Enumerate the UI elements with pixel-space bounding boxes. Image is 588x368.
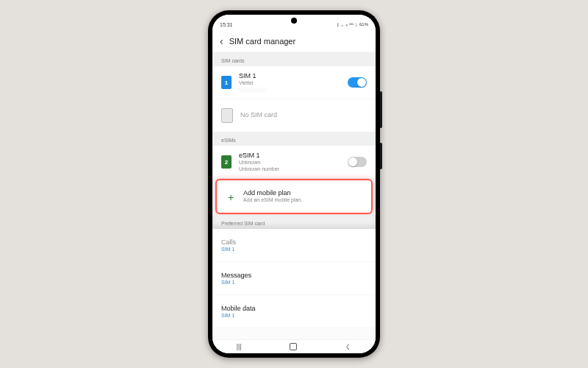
status-icons: ᛒ ⋔ ⟐ ᴺᴺ ⫶	[337, 22, 357, 27]
android-navbar: ||| く	[212, 339, 376, 353]
calls-row[interactable]: Calls SIM 1	[212, 229, 376, 261]
sim1-icon: 1	[221, 76, 232, 89]
esim1-row[interactable]: 2 eSIM 1 Unknown Unknown number	[212, 146, 376, 178]
back-icon[interactable]: ‹	[220, 35, 223, 47]
battery-percent: 61%	[359, 22, 368, 26]
add-mobile-plan-row[interactable]: + Add mobile plan Add an eSIM mobile pla…	[217, 180, 371, 213]
messages-value: SIM 1	[221, 280, 367, 285]
add-plan-highlight: + Add mobile plan Add an eSIM mobile pla…	[215, 179, 373, 214]
sim1-number: --- -- --- -- --	[239, 87, 348, 93]
home-button[interactable]	[290, 343, 297, 350]
status-time: 15:31	[220, 22, 233, 27]
sim2-label: No SIM card	[240, 111, 367, 119]
add-plan-title: Add mobile plan	[243, 189, 362, 197]
mobile-data-row[interactable]: Mobile data SIM 1	[212, 294, 376, 328]
messages-row[interactable]: Messages SIM 1	[212, 261, 376, 294]
sim1-toggle[interactable]	[348, 77, 367, 88]
sim2-row[interactable]: No SIM card	[212, 99, 376, 132]
back-button[interactable]: く	[345, 342, 351, 352]
add-plan-sub: Add an eSIM mobile plan.	[243, 197, 362, 204]
mobile-data-label: Mobile data	[221, 305, 367, 313]
sim1-row[interactable]: 1 SIM 1 Viettel --- -- --- -- --	[212, 66, 376, 99]
esim1-carrier: Unknown	[239, 160, 348, 166]
front-camera	[291, 18, 297, 24]
esim1-number: Unknown number	[239, 166, 348, 173]
phone-frame: 15:31 ᛒ ⋔ ⟐ ᴺᴺ ⫶ 61% ‹ SIM card manager …	[208, 10, 380, 358]
page-title: SIM card manager	[229, 37, 295, 46]
plus-icon: +	[226, 191, 236, 202]
section-esims: eSIMs	[212, 132, 376, 146]
sim-empty-icon	[221, 108, 233, 123]
power-button	[380, 143, 382, 169]
esim1-icon: 2	[221, 155, 232, 169]
messages-label: Messages	[221, 272, 367, 280]
mobile-data-value: SIM 1	[221, 313, 367, 318]
section-sim-cards: SIM cards	[212, 52, 376, 66]
volume-button	[380, 91, 382, 128]
calls-value: SIM 1	[221, 247, 367, 252]
sim1-name: SIM 1	[239, 72, 348, 80]
calls-label: Calls	[221, 238, 367, 247]
section-preferred: Preferred SIM card	[212, 215, 376, 229]
sim1-carrier: Viettel	[239, 80, 348, 87]
app-header: ‹ SIM card manager	[212, 31, 376, 52]
recents-button[interactable]: |||	[237, 343, 242, 350]
esim1-name: eSIM 1	[239, 152, 348, 160]
esim1-toggle[interactable]	[348, 157, 367, 167]
